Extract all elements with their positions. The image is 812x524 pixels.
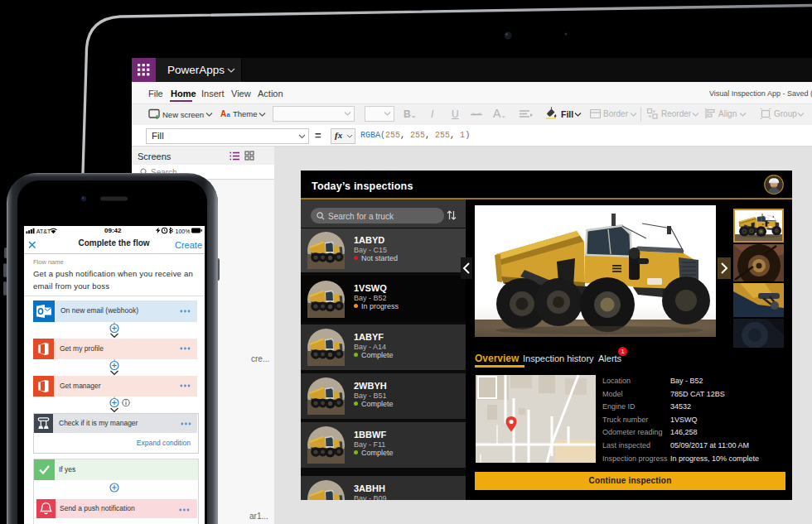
svg-text:100%: 100%	[176, 228, 191, 234]
svg-text:AT&T: AT&T	[36, 228, 51, 234]
